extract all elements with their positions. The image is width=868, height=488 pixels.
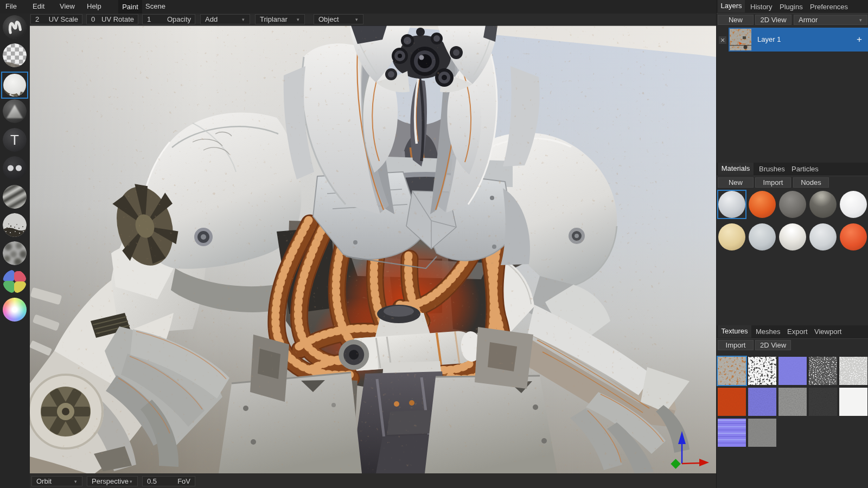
svg-text:T: T — [10, 132, 19, 148]
